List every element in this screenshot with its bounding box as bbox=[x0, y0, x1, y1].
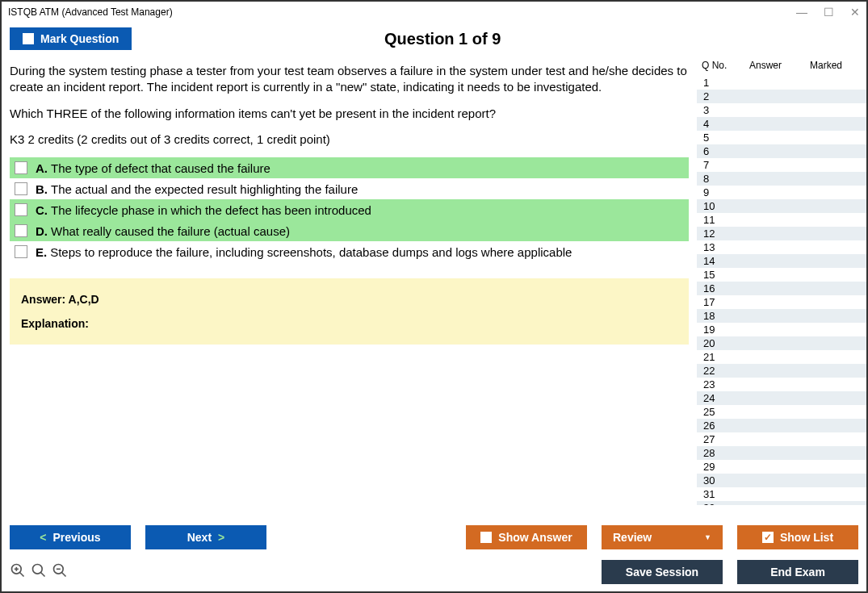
grid-cell-qno: 31 bbox=[697, 488, 734, 500]
grid-row[interactable]: 21 bbox=[697, 350, 866, 364]
checkbox[interactable] bbox=[15, 182, 27, 195]
grid-cell-qno: 30 bbox=[697, 474, 734, 487]
grid-row[interactable]: 15 bbox=[697, 268, 866, 282]
close-icon[interactable]: ✕ bbox=[850, 6, 860, 19]
square-icon bbox=[480, 532, 492, 543]
grid-row[interactable]: 13 bbox=[697, 240, 866, 254]
grid-row[interactable]: 11 bbox=[697, 213, 866, 227]
grid-header-qno: Q No. bbox=[697, 60, 734, 71]
grid-cell-qno: 12 bbox=[697, 228, 734, 240]
option-letter: A. bbox=[36, 161, 48, 175]
grid-cell-qno: 1 bbox=[697, 77, 734, 89]
grid-row[interactable]: 1 bbox=[697, 76, 866, 90]
window-title: ISTQB ATM (Advanced Test Manager) bbox=[8, 6, 173, 18]
grid-row[interactable]: 9 bbox=[697, 186, 866, 199]
window-controls: — ☐ ✕ bbox=[796, 6, 860, 19]
checkbox[interactable] bbox=[15, 224, 27, 237]
grid-row[interactable]: 32 bbox=[697, 501, 866, 505]
grid-row[interactable]: 20 bbox=[697, 336, 866, 350]
grid-row[interactable]: 5 bbox=[697, 131, 866, 144]
option-letter: D. bbox=[36, 224, 48, 238]
grid-row[interactable]: 2 bbox=[697, 90, 866, 103]
main-content: During the system testing phase a tester… bbox=[2, 55, 866, 505]
grid-row[interactable]: 3 bbox=[697, 103, 866, 117]
grid-cell-qno: 13 bbox=[697, 241, 734, 253]
end-exam-label: End Exam bbox=[770, 566, 825, 578]
grid-cell-qno: 25 bbox=[697, 406, 734, 418]
grid-row[interactable]: 23 bbox=[697, 378, 866, 391]
grid-row[interactable]: 17 bbox=[697, 295, 866, 309]
grid-cell-qno: 24 bbox=[697, 392, 734, 404]
grid-body[interactable]: 1234567891011121314151617181920212223242… bbox=[697, 76, 866, 505]
header-row: Mark Question Question 1 of 9 bbox=[2, 23, 866, 55]
grid-row[interactable]: 22 bbox=[697, 364, 866, 378]
checkbox[interactable] bbox=[15, 203, 27, 216]
minimize-icon[interactable]: — bbox=[796, 6, 807, 19]
grid-row[interactable]: 27 bbox=[697, 432, 866, 446]
grid-row[interactable]: 26 bbox=[697, 419, 866, 432]
grid-cell-qno: 3 bbox=[697, 104, 734, 116]
grid-row[interactable]: 16 bbox=[697, 282, 866, 295]
nav-bar: < Previous Next > Show Answer Review ▼ ✓… bbox=[2, 520, 866, 554]
review-button[interactable]: Review ▼ bbox=[602, 525, 723, 549]
grid-row[interactable]: 14 bbox=[697, 254, 866, 268]
answer-box: Answer: A,C,D Explanation: bbox=[10, 278, 689, 345]
grid-row[interactable]: 8 bbox=[697, 172, 866, 186]
grid-row[interactable]: 4 bbox=[697, 117, 866, 131]
grid-row[interactable]: 6 bbox=[697, 144, 866, 158]
grid-cell-qno: 20 bbox=[697, 337, 734, 349]
zoom-in-icon[interactable] bbox=[10, 562, 26, 583]
grid-row[interactable]: 24 bbox=[697, 391, 866, 405]
option-text: The type of defect that caused the failu… bbox=[51, 161, 270, 175]
svg-line-1 bbox=[20, 572, 24, 576]
grid-row[interactable]: 19 bbox=[697, 323, 866, 336]
show-answer-button[interactable]: Show Answer bbox=[466, 525, 587, 549]
grid-row[interactable]: 29 bbox=[697, 460, 866, 474]
title-bar: ISTQB ATM (Advanced Test Manager) — ☐ ✕ bbox=[2, 2, 866, 23]
grid-row[interactable]: 28 bbox=[697, 446, 866, 460]
show-list-label: Show List bbox=[780, 531, 833, 544]
grid-cell-qno: 8 bbox=[697, 173, 734, 185]
end-exam-button[interactable]: End Exam bbox=[737, 560, 858, 584]
maximize-icon[interactable]: ☐ bbox=[824, 6, 834, 19]
option-row[interactable]: E. Steps to reproduce the failure, inclu… bbox=[10, 241, 689, 262]
question-grid-panel: Q No. Answer Marked 12345678910111213141… bbox=[697, 55, 866, 505]
option-row[interactable]: C. The lifecycle phase in which the defe… bbox=[10, 199, 689, 220]
grid-row[interactable]: 10 bbox=[697, 199, 866, 213]
grid-cell-qno: 27 bbox=[697, 433, 734, 445]
svg-point-4 bbox=[33, 564, 43, 574]
grid-cell-qno: 23 bbox=[697, 378, 734, 390]
grid-header-marked: Marked bbox=[797, 60, 866, 71]
question-paragraph-2: Which THREE of the following information… bbox=[10, 106, 689, 122]
grid-row[interactable]: 18 bbox=[697, 309, 866, 323]
checkbox[interactable] bbox=[15, 245, 27, 258]
grid-row[interactable]: 30 bbox=[697, 474, 866, 487]
grid-row[interactable]: 12 bbox=[697, 227, 866, 240]
grid-row[interactable]: 25 bbox=[697, 405, 866, 419]
zoom-out-icon[interactable] bbox=[52, 562, 68, 583]
grid-cell-qno: 21 bbox=[697, 351, 734, 363]
option-row[interactable]: D. What really caused the failure (actua… bbox=[10, 220, 689, 241]
grid-cell-qno: 32 bbox=[697, 502, 734, 505]
explanation-label: Explanation: bbox=[21, 317, 677, 330]
show-list-button[interactable]: ✓ Show List bbox=[737, 525, 858, 549]
save-session-button[interactable]: Save Session bbox=[602, 560, 723, 584]
mark-question-button[interactable]: Mark Question bbox=[10, 27, 132, 50]
grid-cell-qno: 16 bbox=[697, 282, 734, 294]
grid-cell-qno: 6 bbox=[697, 145, 734, 157]
previous-button[interactable]: < Previous bbox=[10, 525, 131, 549]
zoom-reset-icon[interactable] bbox=[31, 562, 47, 583]
grid-row[interactable]: 31 bbox=[697, 487, 866, 501]
question-paragraph-3: K3 2 credits (2 credits out of 3 credits… bbox=[10, 132, 689, 148]
next-button[interactable]: Next > bbox=[145, 525, 266, 549]
grid-row[interactable]: 7 bbox=[697, 158, 866, 172]
grid-cell-qno: 18 bbox=[697, 310, 734, 322]
question-paragraph-1: During the system testing phase a tester… bbox=[10, 63, 689, 96]
question-panel: During the system testing phase a tester… bbox=[2, 55, 697, 505]
option-text: The lifecycle phase in which the defect … bbox=[51, 203, 371, 217]
zoom-controls bbox=[10, 562, 68, 583]
option-text: The actual and the expected result highl… bbox=[51, 182, 358, 196]
option-row[interactable]: A. The type of defect that caused the fa… bbox=[10, 157, 689, 178]
checkbox[interactable] bbox=[15, 161, 27, 174]
option-row[interactable]: B. The actual and the expected result hi… bbox=[10, 178, 689, 199]
